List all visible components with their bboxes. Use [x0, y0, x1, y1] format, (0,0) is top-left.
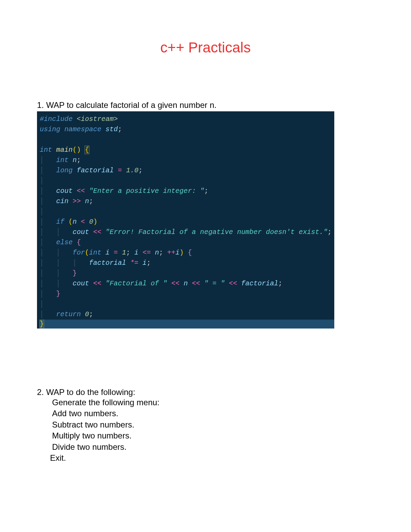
code-namespace-keyword: namespace	[64, 125, 101, 133]
code-var-i: i	[105, 249, 110, 257]
code-var-i3: i	[175, 249, 179, 257]
code-cout2: cout	[73, 228, 89, 236]
question-2-sub-multiply: Multiply two numbers.	[37, 430, 374, 441]
code-for: for	[73, 249, 85, 257]
question-2-sub-add: Add two numbers.	[37, 408, 374, 419]
code-var-n2: n	[85, 197, 89, 205]
code-string-1: "Enter a positive integer: "	[89, 187, 204, 195]
code-brace-highlight: {	[85, 146, 89, 154]
question-2-sub-divide: Divide two numbers.	[37, 442, 374, 453]
code-num-0b: 0	[85, 310, 89, 318]
code-var-factorial3: factorial	[241, 280, 278, 287]
code-var-n5: n	[184, 280, 188, 287]
code-return: return	[56, 310, 81, 318]
code-long: long	[56, 166, 73, 174]
question-2-text: 2. WAP to do the following:	[37, 387, 374, 397]
code-else: else	[56, 238, 73, 246]
code-string-factof: "Factorial of "	[105, 280, 167, 287]
code-cout1: cout	[56, 187, 73, 195]
code-cout3: cout	[73, 280, 89, 287]
code-if: if	[56, 218, 64, 226]
code-var-i4: i	[142, 259, 147, 267]
code-var-factorial2: factorial	[89, 259, 126, 267]
code-num-0: 0	[89, 218, 93, 226]
code-num-1b: 1	[122, 249, 126, 257]
code-cin: cin	[56, 197, 68, 205]
code-int3: int	[89, 249, 101, 257]
code-var-n3: n	[73, 218, 77, 226]
code-block-container: #include <iostream> using namespace std;…	[37, 111, 334, 329]
code-string-error: "Error! Factorial of a negative number d…	[105, 228, 327, 236]
code-var-i2: i	[134, 249, 138, 257]
code-include-keyword: #include	[40, 115, 73, 123]
code-int: int	[40, 146, 52, 154]
code-brace-end-highlight: }	[40, 320, 44, 328]
code-editor: #include <iostream> using namespace std;…	[37, 111, 334, 329]
question-2-sub-generate: Generate the following menu:	[37, 397, 374, 408]
code-int2: int	[56, 156, 68, 164]
code-using-keyword: using	[40, 125, 60, 133]
code-var-n: n	[73, 156, 77, 164]
code-string-eq: " = "	[204, 280, 225, 287]
code-std: std	[105, 125, 118, 133]
question-1-text: 1. WAP to calculate factorial of a given…	[37, 100, 374, 110]
code-num-1: 1.0	[126, 166, 138, 174]
page-title: c++ Practicals	[0, 0, 411, 56]
question-2-sub-exit: Exit.	[37, 453, 374, 463]
code-var-factorial: factorial	[77, 166, 114, 174]
question-2-sub-subtract: Subtract two numbers.	[37, 419, 374, 430]
code-var-n4: n	[155, 249, 159, 257]
code-main: main	[56, 146, 73, 154]
content-area: 1. WAP to calculate factorial of a given…	[0, 100, 411, 463]
code-header-name: <iostream>	[77, 115, 118, 123]
